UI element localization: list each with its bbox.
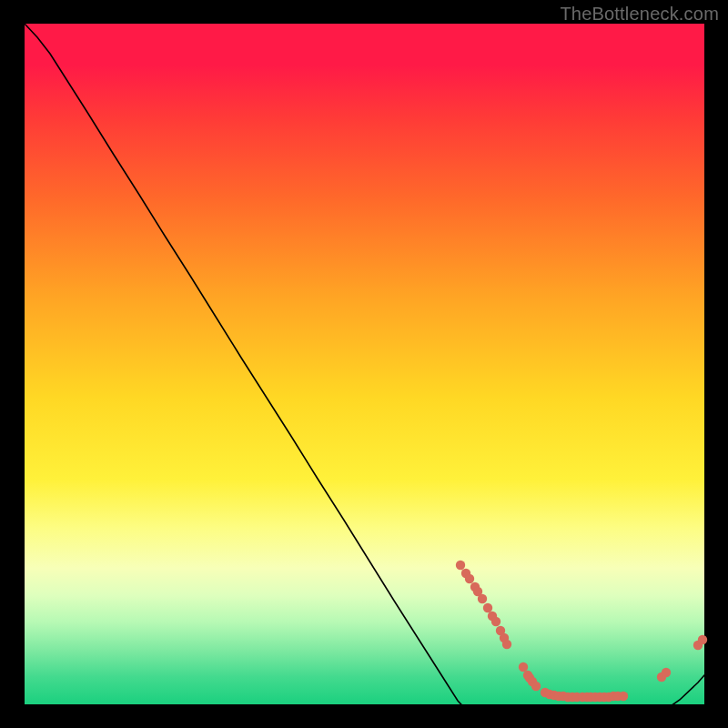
data-dot [519, 662, 528, 672]
dots-layer [456, 561, 707, 702]
chart-overlay [25, 24, 704, 704]
data-dot [662, 668, 671, 677]
data-dot [478, 594, 487, 603]
data-dot [465, 574, 474, 583]
data-dot [531, 682, 541, 691]
data-dot [483, 603, 492, 612]
chart-stage: TheBottleneck.com [0, 0, 728, 728]
data-dot [456, 561, 465, 570]
gradient-plot-area [25, 24, 704, 704]
data-dot [698, 635, 707, 644]
data-dot [619, 692, 628, 701]
data-dot [491, 617, 500, 626]
data-dot [502, 640, 511, 649]
watermark-text: TheBottleneck.com [560, 4, 719, 25]
bottleneck-curve [25, 24, 704, 724]
